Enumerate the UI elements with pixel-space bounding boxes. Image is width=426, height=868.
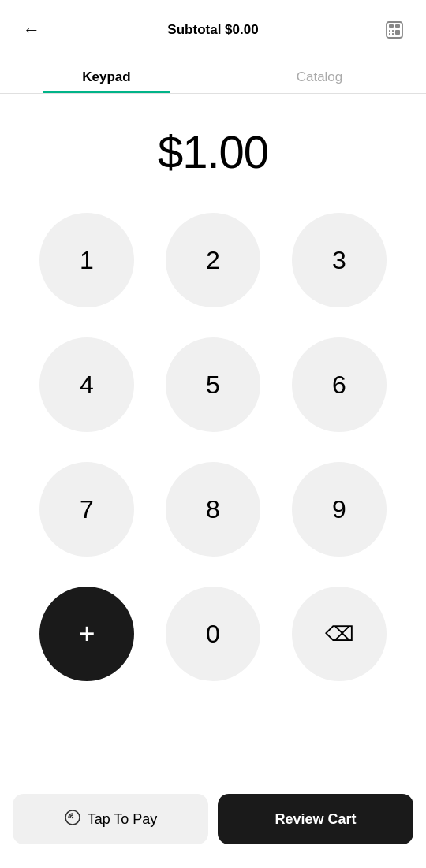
key-button-add[interactable]: + [39, 587, 134, 681]
key-button-2[interactable]: 2 [166, 213, 260, 307]
svg-rect-0 [387, 22, 402, 38]
key-cell-5: 5 [150, 326, 276, 443]
key-cell-9: 9 [276, 451, 402, 568]
svg-rect-1 [389, 24, 394, 28]
key-button-4[interactable]: 4 [39, 337, 134, 432]
calculator-icon-button[interactable] [379, 14, 410, 46]
key-cell-3: 3 [276, 202, 402, 319]
key-button-9[interactable]: 9 [292, 462, 387, 557]
key-cell-8: 8 [150, 451, 276, 568]
key-cell-backspace: ⌫ [276, 576, 402, 692]
svg-rect-2 [395, 24, 400, 28]
tab-catalog[interactable]: Catalog [213, 60, 426, 93]
bottom-actions: Tap To Pay Review Cart [0, 778, 426, 868]
key-cell-2: 2 [150, 202, 276, 319]
key-cell-0: 0 [150, 576, 276, 692]
key-cell-4: 4 [24, 326, 150, 443]
svg-rect-5 [392, 30, 394, 32]
key-cell-7: 7 [24, 451, 150, 568]
back-button[interactable]: ← [16, 14, 47, 46]
nfc-icon [64, 809, 81, 830]
svg-rect-4 [389, 33, 390, 35]
key-button-7[interactable]: 7 [39, 462, 134, 557]
tap-to-pay-button[interactable]: Tap To Pay [13, 794, 208, 844]
key-button-0[interactable]: 0 [166, 587, 260, 681]
back-arrow-icon: ← [23, 20, 40, 40]
svg-rect-7 [395, 30, 400, 35]
key-button-3[interactable]: 3 [292, 213, 387, 307]
svg-point-9 [71, 816, 73, 818]
svg-rect-6 [392, 33, 394, 35]
tap-to-pay-label: Tap To Pay [88, 811, 158, 828]
review-cart-button[interactable]: Review Cart [218, 794, 413, 844]
key-cell-6: 6 [276, 326, 402, 443]
key-button-8[interactable]: 8 [166, 462, 260, 557]
review-cart-label: Review Cart [275, 811, 356, 828]
key-button-5[interactable]: 5 [166, 337, 260, 432]
tab-keypad[interactable]: Keypad [0, 60, 213, 93]
key-button-6[interactable]: 6 [292, 337, 387, 432]
header-title: Subtotal $0.00 [167, 22, 258, 38]
amount-display: $1.00 [0, 94, 426, 202]
tab-bar: Keypad Catalog [0, 60, 426, 94]
backspace-icon: ⌫ [325, 622, 354, 646]
header: ← Subtotal $0.00 [0, 0, 426, 54]
keypad: 1 2 3 4 5 6 7 8 9 + 0 ⌫ [0, 202, 426, 692]
key-cell-1: 1 [24, 202, 150, 319]
key-button-backspace[interactable]: ⌫ [292, 587, 387, 681]
key-cell-plus: + [24, 576, 150, 692]
svg-rect-3 [389, 30, 390, 32]
key-button-1[interactable]: 1 [39, 213, 134, 307]
